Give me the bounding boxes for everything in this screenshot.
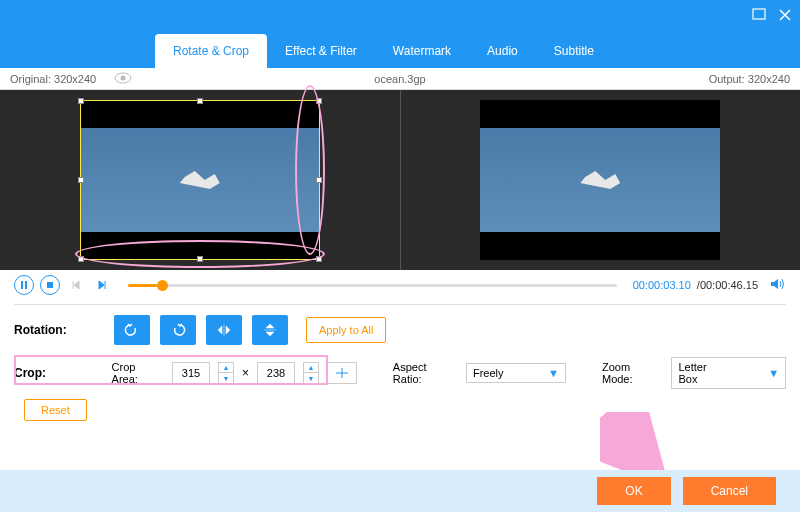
rotation-label: Rotation: xyxy=(14,323,104,337)
tab-subtitle[interactable]: Subtitle xyxy=(536,34,612,68)
rotate-left-button[interactable] xyxy=(114,315,150,345)
preview-output xyxy=(401,90,801,270)
minimize-icon[interactable] xyxy=(752,8,766,22)
stop-button[interactable] xyxy=(40,275,60,295)
crop-height-input[interactable] xyxy=(257,362,295,384)
crop-width-spinner[interactable]: ▲▼ xyxy=(218,362,234,384)
multiply-symbol: × xyxy=(242,366,249,380)
flip-vertical-button[interactable] xyxy=(252,315,288,345)
flip-horizontal-button[interactable] xyxy=(206,315,242,345)
output-size-label: Output: 320x240 xyxy=(709,73,790,85)
crop-label: Crop: xyxy=(14,366,104,380)
aspect-ratio-select[interactable]: Freely▼ xyxy=(466,363,566,383)
original-size-label: Original: 320x240 xyxy=(10,73,96,85)
crop-width-input[interactable] xyxy=(172,362,210,384)
crop-height-spinner[interactable]: ▲▼ xyxy=(303,362,319,384)
prev-frame-button[interactable] xyxy=(66,275,86,295)
crop-row: Crop: Crop Area: ▲▼ × ▲▼ Aspect Ratio: F… xyxy=(0,353,800,393)
svg-rect-4 xyxy=(25,281,27,289)
apply-to-all-button[interactable]: Apply to All xyxy=(306,317,386,343)
reset-button[interactable]: Reset xyxy=(24,399,87,421)
info-bar: Original: 320x240 ocean.3gp Output: 320x… xyxy=(0,68,800,90)
tab-watermark[interactable]: Watermark xyxy=(375,34,469,68)
volume-icon[interactable] xyxy=(770,277,786,293)
svg-point-2 xyxy=(121,75,126,80)
tab-audio[interactable]: Audio xyxy=(469,34,536,68)
zoom-mode-select[interactable]: Letter Box▼ xyxy=(671,357,786,389)
filename-label: ocean.3gp xyxy=(374,73,425,85)
preview-area xyxy=(0,90,800,270)
svg-rect-3 xyxy=(21,281,23,289)
bottom-bar: OK Cancel xyxy=(0,470,800,512)
playback-controls: 00:00:03.10/00:00:46.15 xyxy=(0,270,800,300)
tab-effect-filter[interactable]: Effect & Filter xyxy=(267,34,375,68)
rotate-right-button[interactable] xyxy=(160,315,196,345)
titlebar xyxy=(0,0,800,30)
close-icon[interactable] xyxy=(778,8,792,22)
pause-button[interactable] xyxy=(14,275,34,295)
ok-button[interactable]: OK xyxy=(597,477,670,505)
crop-center-button[interactable] xyxy=(327,362,357,384)
tabs-bar: Rotate & Crop Effect & Filter Watermark … xyxy=(0,30,800,68)
aspect-ratio-label: Aspect Ratio: xyxy=(393,361,458,385)
timeline-slider[interactable] xyxy=(128,284,617,287)
rotation-row: Rotation: Apply to All xyxy=(0,305,800,353)
svg-rect-0 xyxy=(753,9,765,19)
eye-icon[interactable] xyxy=(114,72,132,86)
crop-selection-box[interactable] xyxy=(80,100,320,260)
next-frame-button[interactable] xyxy=(92,275,112,295)
tab-rotate-crop[interactable]: Rotate & Crop xyxy=(155,34,267,68)
zoom-mode-label: Zoom Mode: xyxy=(602,361,663,385)
total-time-label: /00:00:46.15 xyxy=(697,279,758,291)
preview-original[interactable] xyxy=(0,90,401,270)
crop-area-label: Crop Area: xyxy=(112,361,164,385)
cancel-button[interactable]: Cancel xyxy=(683,477,776,505)
current-time-label: 00:00:03.10 xyxy=(633,279,691,291)
svg-rect-5 xyxy=(47,282,53,288)
